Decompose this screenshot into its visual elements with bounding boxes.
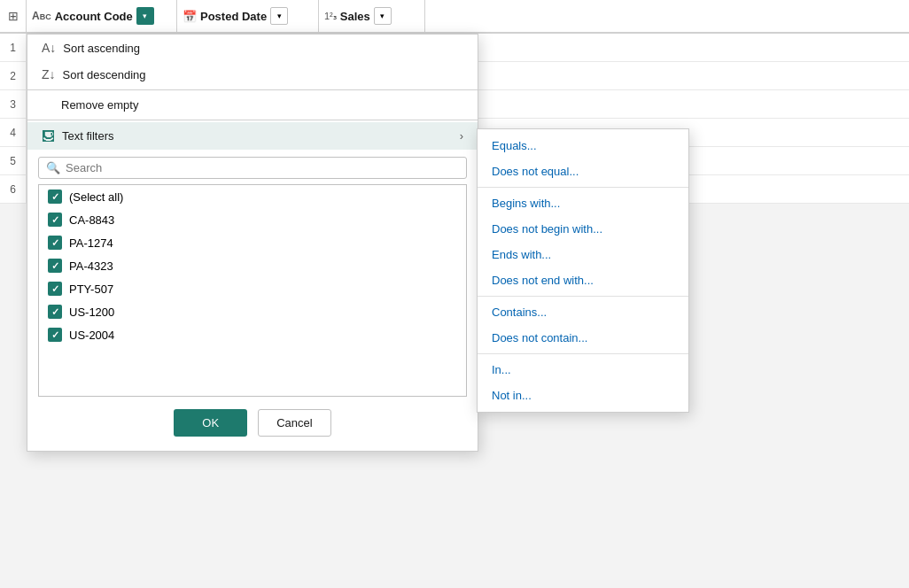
row-number-header: ⊞ — [0, 0, 27, 32]
checkbox-0[interactable] — [48, 213, 62, 227]
checkbox-3[interactable] — [48, 282, 62, 296]
not-in-label: Not in... — [492, 389, 532, 402]
does-not-begin-with-item[interactable]: Does not begin with... — [478, 216, 688, 242]
filter-checklist: (Select all) CA-8843 PA-1274 PA-4323 PTY… — [38, 184, 467, 397]
select-all-checkbox[interactable] — [48, 190, 62, 204]
checkbox-1[interactable] — [48, 236, 62, 250]
row-number: 1 — [0, 34, 27, 61]
begins-with-label: Begins with... — [492, 197, 560, 210]
account-code-filter-button[interactable]: ▾ — [136, 7, 154, 25]
text-type-icon: ABC — [32, 10, 51, 22]
check-label-0: CA-8843 — [69, 213, 114, 227]
button-row: OK Cancel — [27, 397, 478, 451]
in-item[interactable]: In... — [478, 357, 688, 383]
sort-ascending-icon: A↓ — [42, 41, 56, 55]
sales-header: 1²₃ Sales ▾ — [319, 0, 425, 32]
search-wrap: 🔍 — [27, 150, 478, 184]
select-all-item[interactable]: (Select all) — [39, 185, 466, 208]
equals-item[interactable]: Equals... — [478, 133, 688, 159]
row-number: 3 — [0, 90, 27, 118]
separator — [27, 120, 478, 120]
grid-icon: ⊞ — [8, 9, 19, 23]
check-label-4: US-1200 — [69, 306, 114, 319]
checkbox-2[interactable] — [48, 259, 62, 273]
in-label: In... — [492, 363, 511, 376]
select-all-label: (Select all) — [69, 190, 123, 204]
submenu-separator — [478, 187, 688, 188]
does-not-contain-label: Does not contain... — [492, 331, 587, 344]
sales-label: Sales — [340, 10, 370, 23]
chevron-right-icon: › — [460, 129, 463, 143]
does-not-begin-with-label: Does not begin with... — [492, 222, 602, 236]
check-item-3[interactable]: PTY-507 — [39, 277, 466, 300]
ends-with-item[interactable]: Ends with... — [478, 242, 688, 267]
sort-ascending-item[interactable]: A↓ Sort ascending — [27, 35, 478, 61]
begins-with-item[interactable]: Begins with... — [478, 190, 688, 216]
contains-label: Contains... — [492, 306, 547, 319]
search-icon: 🔍 — [46, 161, 60, 174]
row-number: 4 — [0, 119, 27, 146]
checkbox-5[interactable] — [48, 328, 62, 342]
posted-date-filter-button[interactable]: ▾ — [270, 7, 288, 25]
filter-dropdown: A↓ Sort ascending Z↓ Sort descending Rem… — [27, 34, 478, 452]
contains-item[interactable]: Contains... — [478, 299, 688, 325]
sort-descending-label: Sort descending — [63, 68, 146, 81]
text-filters-submenu: Equals... Does not equal... Begins with.… — [477, 128, 689, 413]
check-item-2[interactable]: PA-4323 — [39, 254, 466, 277]
check-label-1: PA-1274 — [69, 236, 113, 250]
table-header: ⊞ ABC Account Code ▾ 📅 Posted Date ▾ 1²₃… — [0, 0, 909, 34]
submenu-separator — [478, 296, 688, 297]
sort-descending-item[interactable]: Z↓ Sort descending — [27, 61, 478, 88]
number-icon: 1²₃ — [324, 11, 337, 22]
check-item-0[interactable]: CA-8843 — [39, 208, 466, 231]
row-number: 6 — [0, 175, 27, 203]
submenu-separator — [478, 353, 688, 354]
calendar-icon: 📅 — [183, 10, 197, 23]
search-box: 🔍 — [38, 157, 467, 179]
remove-empty-label: Remove empty — [42, 98, 138, 112]
does-not-equal-label: Does not equal... — [492, 165, 579, 178]
check-label-3: PTY-507 — [69, 282, 113, 296]
check-label-5: US-2004 — [69, 329, 114, 342]
account-code-label: Account Code — [55, 10, 133, 23]
account-code-header: ABC Account Code ▾ — [27, 0, 177, 32]
check-item-4[interactable]: US-1200 — [39, 300, 466, 323]
check-item-1[interactable]: PA-1274 — [39, 231, 466, 254]
does-not-contain-item[interactable]: Does not contain... — [478, 325, 688, 351]
filter-icon: ⛾ — [42, 128, 55, 143]
ends-with-label: Ends with... — [492, 248, 551, 261]
does-not-end-with-item[interactable]: Does not end with... — [478, 267, 688, 293]
equals-label: Equals... — [492, 139, 537, 152]
separator — [27, 89, 478, 90]
cancel-button[interactable]: Cancel — [258, 409, 330, 437]
text-filters-item[interactable]: ⛾ Text filters › — [27, 122, 478, 150]
posted-date-label: Posted Date — [200, 10, 267, 23]
sort-ascending-label: Sort ascending — [63, 42, 140, 55]
posted-date-header: 📅 Posted Date ▾ — [177, 0, 319, 32]
does-not-end-with-label: Does not end with... — [492, 274, 594, 287]
does-not-equal-item[interactable]: Does not equal... — [478, 159, 688, 184]
check-label-2: PA-4323 — [69, 259, 113, 273]
search-input[interactable] — [66, 161, 459, 174]
sort-descending-icon: Z↓ — [42, 67, 56, 81]
checkbox-4[interactable] — [48, 305, 62, 319]
text-filters-label: Text filters — [62, 129, 114, 143]
ok-button[interactable]: OK — [174, 409, 247, 437]
sales-filter-button[interactable]: ▾ — [374, 7, 392, 25]
row-number: 2 — [0, 62, 27, 89]
not-in-item[interactable]: Not in... — [478, 383, 688, 408]
row-number: 5 — [0, 147, 27, 174]
check-item-5[interactable]: US-2004 — [39, 323, 466, 346]
remove-empty-item[interactable]: Remove empty — [27, 92, 478, 118]
